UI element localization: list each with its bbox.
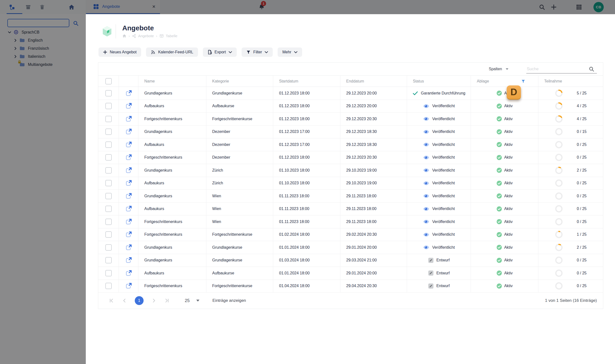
status-published-icon bbox=[423, 244, 430, 251]
header-cell-teilnahme[interactable]: Teilnahme bbox=[538, 76, 603, 87]
cell-select bbox=[98, 113, 119, 125]
row-checkbox[interactable] bbox=[105, 154, 112, 161]
row-checkbox[interactable] bbox=[105, 206, 112, 212]
ablage-label: Aktiv bbox=[504, 271, 513, 275]
hint-badge-d[interactable]: D bbox=[507, 85, 521, 100]
progress-ring bbox=[555, 89, 563, 97]
tree-view-icon[interactable] bbox=[9, 4, 15, 10]
row-checkbox[interactable] bbox=[105, 270, 112, 276]
open-in-new-icon[interactable] bbox=[125, 103, 132, 109]
tree-item-französisch[interactable]: Französisch bbox=[0, 44, 85, 52]
open-in-new-icon[interactable] bbox=[125, 141, 132, 148]
user-avatar[interactable]: CB bbox=[593, 2, 604, 12]
page-size-select[interactable]: 25 bbox=[185, 298, 200, 303]
open-in-new-icon[interactable] bbox=[125, 218, 132, 225]
archive-icon[interactable] bbox=[25, 4, 31, 10]
columns-dropdown[interactable]: Spalten bbox=[489, 67, 509, 71]
chevron-right-icon[interactable] bbox=[13, 39, 18, 42]
header-cell-ablage[interactable]: Ablage bbox=[471, 76, 538, 87]
open-in-new-icon[interactable] bbox=[125, 270, 132, 277]
sidebar-search-input[interactable] bbox=[7, 19, 69, 27]
last-page-icon[interactable] bbox=[164, 298, 170, 303]
open-in-new-icon[interactable] bbox=[125, 257, 132, 264]
row-checkbox[interactable] bbox=[105, 244, 112, 251]
open-in-new-icon[interactable] bbox=[125, 205, 132, 212]
next-page-icon[interactable] bbox=[151, 298, 157, 303]
participation-indicator: 0 / 25 bbox=[555, 179, 587, 187]
apps-grid-icon[interactable] bbox=[576, 4, 582, 10]
tree-item-sprachcb[interactable]: SprachCB bbox=[0, 28, 85, 36]
open-in-new-icon[interactable] bbox=[125, 90, 132, 97]
calendar-feed-url-button[interactable]: Kalender-Feed-URL bbox=[146, 48, 198, 57]
trash-icon[interactable] bbox=[39, 4, 45, 10]
header-cell-kategorie[interactable]: Kategorie bbox=[206, 76, 273, 87]
open-in-new-icon[interactable] bbox=[125, 283, 132, 289]
open-in-new-icon[interactable] bbox=[125, 128, 132, 135]
tree-item-englisch[interactable]: Englisch bbox=[0, 36, 85, 44]
cell-open bbox=[119, 138, 138, 151]
open-in-new-icon[interactable] bbox=[125, 116, 132, 122]
row-checkbox[interactable] bbox=[105, 180, 112, 186]
previous-page-icon[interactable] bbox=[122, 298, 127, 303]
row-checkbox[interactable] bbox=[105, 231, 112, 238]
cell-ablage: Aktiv bbox=[471, 280, 538, 293]
cell-teilnahme: 0 / 15 bbox=[538, 126, 603, 138]
first-page-icon[interactable] bbox=[109, 298, 114, 303]
row-checkbox[interactable] bbox=[105, 193, 112, 199]
participation-indicator: 0 / 25 bbox=[555, 269, 587, 277]
row-checkbox[interactable] bbox=[105, 90, 112, 96]
breadcrumb-item-angebote[interactable]: Angebote bbox=[138, 34, 154, 38]
chevron-right-icon[interactable] bbox=[13, 55, 18, 59]
row-checkbox[interactable] bbox=[105, 116, 112, 122]
open-in-new-icon[interactable] bbox=[125, 167, 132, 174]
cell-status: Garantierte Durchführung bbox=[407, 87, 471, 100]
cell-kategorie: Aufbaukurse bbox=[206, 100, 273, 113]
table-search-input[interactable] bbox=[526, 66, 588, 72]
participation-indicator: 2 / 25 bbox=[555, 243, 587, 252]
sidebar-search-icon[interactable] bbox=[73, 20, 79, 27]
progress-ring bbox=[555, 179, 563, 187]
notifications-bell-icon[interactable]: 1 bbox=[259, 4, 615, 10]
open-in-new-icon[interactable] bbox=[125, 231, 132, 238]
more-button[interactable]: Mehr bbox=[278, 48, 302, 57]
header-cell-status[interactable]: Status bbox=[407, 76, 471, 87]
open-in-new-icon[interactable] bbox=[125, 244, 132, 251]
row-checkbox[interactable] bbox=[105, 283, 112, 289]
ablage-label: Aktiv bbox=[504, 207, 513, 211]
chevron-down-icon[interactable] bbox=[7, 30, 12, 34]
header-cell-startdatum[interactable]: Startdatum bbox=[273, 76, 340, 87]
participation-indicator: 0 / 25 bbox=[555, 141, 587, 149]
current-page-button[interactable]: 1 bbox=[135, 296, 144, 305]
home-icon[interactable] bbox=[68, 4, 75, 10]
caret-down-icon bbox=[196, 299, 200, 302]
row-checkbox[interactable] bbox=[105, 257, 112, 263]
ablage-badge: Aktiv bbox=[496, 232, 513, 237]
row-checkbox[interactable] bbox=[105, 167, 112, 174]
open-in-new-icon[interactable] bbox=[125, 180, 132, 186]
table-search-icon[interactable] bbox=[588, 66, 594, 72]
header-cell-name[interactable]: Name bbox=[138, 76, 206, 87]
row-checkbox[interactable] bbox=[105, 103, 112, 109]
progress-ring bbox=[555, 282, 563, 290]
tab-close-icon[interactable]: ✕ bbox=[152, 4, 156, 9]
export-button[interactable]: Export bbox=[203, 48, 237, 57]
new-offer-button[interactable]: Neues Angebot bbox=[98, 48, 141, 57]
breadcrumb-home-icon[interactable] bbox=[122, 34, 126, 38]
check-circle-icon bbox=[496, 283, 502, 289]
row-checkbox[interactable] bbox=[105, 219, 112, 225]
status-published-icon bbox=[423, 116, 430, 122]
filter-button[interactable]: Filter bbox=[242, 48, 273, 57]
chevron-right-icon[interactable] bbox=[13, 47, 18, 51]
select-all-checkbox[interactable] bbox=[105, 78, 112, 84]
tree-item-italienisch[interactable]: Italienisch bbox=[0, 52, 85, 61]
tab-angebote[interactable]: Angebote ✕ bbox=[86, 0, 160, 14]
column-filter-active-icon[interactable] bbox=[521, 79, 525, 83]
status-label: Veröffentlicht bbox=[432, 104, 455, 108]
open-in-new-icon[interactable] bbox=[125, 154, 132, 161]
header-cell-enddatum[interactable]: Enddatum bbox=[340, 76, 407, 87]
open-in-new-icon[interactable] bbox=[125, 193, 132, 199]
tree-item-multiangebote[interactable]: Multiangebote bbox=[0, 61, 85, 68]
check-circle-icon bbox=[496, 142, 502, 147]
row-checkbox[interactable] bbox=[105, 142, 112, 148]
row-checkbox[interactable] bbox=[105, 129, 112, 135]
